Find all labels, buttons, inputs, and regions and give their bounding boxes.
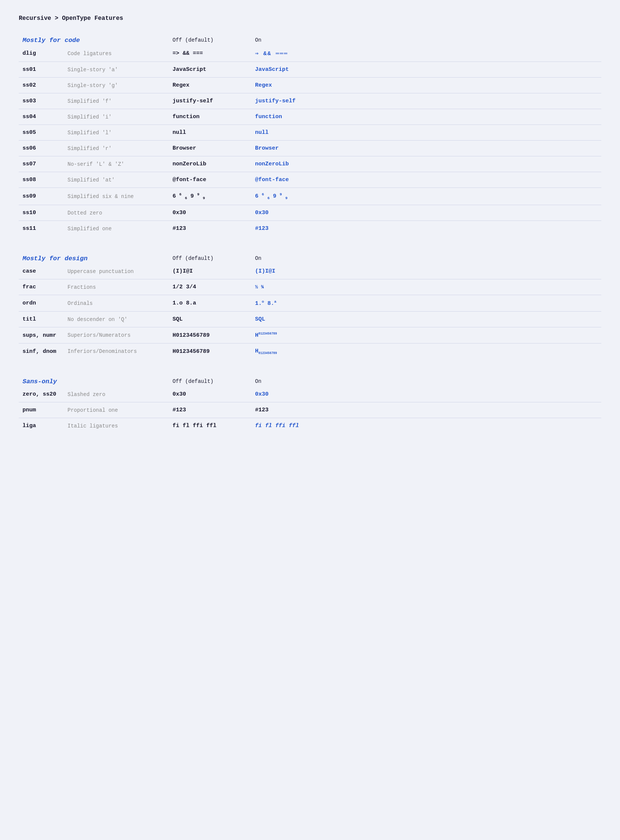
feature-on: function xyxy=(251,109,601,125)
off-header: Off (default) xyxy=(173,37,214,43)
feature-on: 0x30 xyxy=(251,205,601,221)
table-row: caseUppercase punctuation(I)I@I(I)I@I xyxy=(19,264,601,279)
feature-tag: pnum xyxy=(19,403,64,418)
feature-off: => && === xyxy=(169,45,251,62)
feature-tag: ss01 xyxy=(19,62,64,78)
feature-on: Browser xyxy=(251,141,601,156)
table-row: pnumProportional one#123#123 xyxy=(19,403,601,418)
feature-tag: ss08 xyxy=(19,172,64,188)
feature-on: fi fl ffi ffl xyxy=(251,418,601,434)
feature-desc: Simplified one xyxy=(64,221,169,237)
feature-desc: Simplified 'i' xyxy=(64,109,169,125)
table-row: ordnOrdinals1.o 8.a1.o 8.a xyxy=(19,295,601,312)
table-row: ss08Simplified 'at'@font-face@font-face xyxy=(19,172,601,188)
feature-desc: Simplified 'f' xyxy=(64,93,169,109)
feature-desc: Inferiors/Denominators xyxy=(64,344,169,360)
feature-tag: ss03 xyxy=(19,93,64,109)
feature-desc: Ordinals xyxy=(64,295,169,312)
feature-desc: Slashed zero xyxy=(64,387,169,403)
table-row: zero, ss20Slashed zero0x300x30 xyxy=(19,387,601,403)
feature-tag: sups, numr xyxy=(19,328,64,344)
feature-off: Browser xyxy=(169,141,251,156)
section-title: Mostly for design xyxy=(23,255,87,262)
table-row: ss06Simplified 'r'BrowserBrowser xyxy=(19,141,601,156)
feature-desc: Dotted zero xyxy=(64,205,169,221)
feature-tag: ss05 xyxy=(19,125,64,141)
table-row: dligCode ligatures=> && ===⇒ && ═══ xyxy=(19,45,601,62)
feature-off: #123 xyxy=(169,403,251,418)
feature-tag: ordn xyxy=(19,295,64,312)
feature-tag: frac xyxy=(19,279,64,295)
feature-off: 0x30 xyxy=(169,387,251,403)
feature-desc: Simplified six & nine xyxy=(64,188,169,205)
feature-tag: dlig xyxy=(19,45,64,62)
table-row: ss01Single-story 'a'JavaScriptJavaScript xyxy=(19,62,601,78)
table-row: ss02Single-story 'g'RegexRegex xyxy=(19,78,601,93)
feature-on: ½ ¾ xyxy=(251,279,601,295)
table-row: ss04Simplified 'i'functionfunction xyxy=(19,109,601,125)
on-header: On xyxy=(255,37,262,43)
feature-off: @font-face xyxy=(169,172,251,188)
table-row: fracFractions1/2 3/4½ ¾ xyxy=(19,279,601,295)
feature-desc: Uppercase punctuation xyxy=(64,264,169,279)
feature-on: SQL xyxy=(251,312,601,328)
feature-desc: Single-story 'g' xyxy=(64,78,169,93)
feature-off: Regex xyxy=(169,78,251,93)
feature-tag: case xyxy=(19,264,64,279)
feature-tag: ss07 xyxy=(19,156,64,172)
section-title: Sans-only xyxy=(23,378,57,385)
feature-on: H0123456789 xyxy=(251,328,601,344)
feature-tag: ss09 xyxy=(19,188,64,205)
table-row: ss09Simplified six & nine6 6 6 9 9 96 6 … xyxy=(19,188,601,205)
feature-off: 1.o 8.a xyxy=(169,295,251,312)
table-row: ss05Simplified 'l'nullnull xyxy=(19,125,601,141)
breadcrumb: Recursive > OpenType Features xyxy=(19,15,601,22)
table-row: sinf, dnomInferiors/DenominatorsH0123456… xyxy=(19,344,601,360)
table-row: ss07No-serif 'L' & 'Z'nonZeroLibnonZeroL… xyxy=(19,156,601,172)
table-row: ss10Dotted zero0x300x30 xyxy=(19,205,601,221)
feature-tag: ss06 xyxy=(19,141,64,156)
feature-on: JavaScript xyxy=(251,62,601,78)
feature-off: justify-self xyxy=(169,93,251,109)
feature-off: null xyxy=(169,125,251,141)
feature-tag: zero, ss20 xyxy=(19,387,64,403)
feature-off: #123 xyxy=(169,221,251,237)
off-header: Off (default) xyxy=(173,255,214,261)
feature-desc: Italic ligatures xyxy=(64,418,169,434)
feature-off: nonZeroLib xyxy=(169,156,251,172)
feature-desc: No-serif 'L' & 'Z' xyxy=(64,156,169,172)
on-header: On xyxy=(255,379,262,385)
feature-off: function xyxy=(169,109,251,125)
table-row: ss11Simplified one#123#123 xyxy=(19,221,601,237)
feature-desc: Fractions xyxy=(64,279,169,295)
feature-on: Regex xyxy=(251,78,601,93)
feature-tag: sinf, dnom xyxy=(19,344,64,360)
feature-off: 1/2 3/4 xyxy=(169,279,251,295)
feature-desc: Superiors/Numerators xyxy=(64,328,169,344)
table-row: ligaItalic ligaturesfi fl ffi fflfi fl f… xyxy=(19,418,601,434)
feature-desc: Proportional one xyxy=(64,403,169,418)
table-row: sups, numrSuperiors/NumeratorsH012345678… xyxy=(19,328,601,344)
on-header: On xyxy=(255,255,262,261)
feature-tag: ss04 xyxy=(19,109,64,125)
feature-desc: Simplified 'at' xyxy=(64,172,169,188)
feature-on: 0x30 xyxy=(251,387,601,403)
off-header: Off (default) xyxy=(173,379,214,385)
feature-tag: titl xyxy=(19,312,64,328)
feature-on: #123 xyxy=(251,221,601,237)
feature-tag: ss10 xyxy=(19,205,64,221)
table-row: titlNo descender on 'Q'SQLSQL xyxy=(19,312,601,328)
feature-desc: Single-story 'a' xyxy=(64,62,169,78)
feature-on: ⇒ && ═══ xyxy=(251,45,601,62)
feature-off: H0123456789 xyxy=(169,328,251,344)
feature-on: @font-face xyxy=(251,172,601,188)
feature-tag: liga xyxy=(19,418,64,434)
feature-desc: No descender on 'Q' xyxy=(64,312,169,328)
feature-on: justify-self xyxy=(251,93,601,109)
feature-tag: ss11 xyxy=(19,221,64,237)
feature-desc: Simplified 'r' xyxy=(64,141,169,156)
feature-on: null xyxy=(251,125,601,141)
feature-on: H0123456789 xyxy=(251,344,601,360)
feature-off: 0x30 xyxy=(169,205,251,221)
feature-on: #123 xyxy=(251,403,601,418)
